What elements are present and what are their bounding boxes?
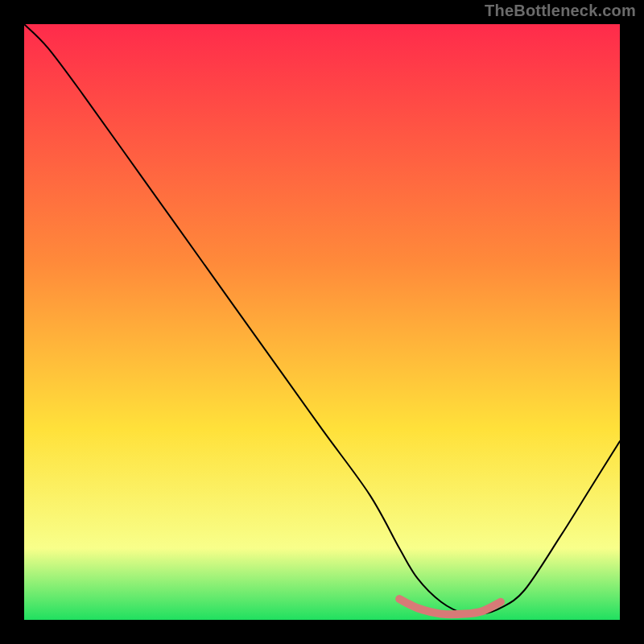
gradient-background xyxy=(24,24,620,620)
bottleneck-chart xyxy=(24,24,620,620)
watermark-text: TheBottleneck.com xyxy=(485,2,636,20)
chart-container: TheBottleneck.com xyxy=(0,0,644,644)
